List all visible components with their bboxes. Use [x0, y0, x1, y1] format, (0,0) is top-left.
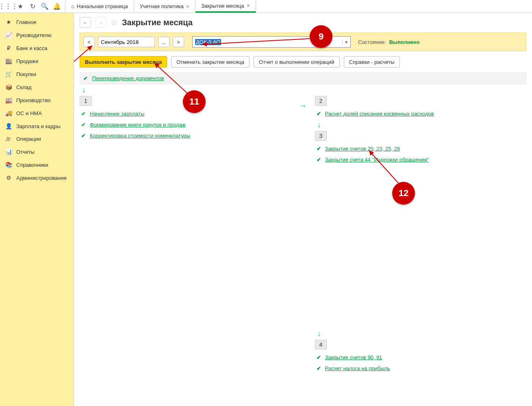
stage-number: 2: [315, 96, 327, 106]
close-icon[interactable]: ×: [247, 2, 250, 9]
page-head: ← → ☆ Закрытие месяца: [80, 17, 526, 28]
stage3-item[interactable]: Закрытие счета 44 "Издержки обращения": [325, 157, 429, 163]
sidebar-item-admin[interactable]: ⚙Администрирование: [0, 171, 74, 184]
down-arrow-icon: ↓: [317, 121, 524, 129]
page-title: Закрытие месяца: [122, 18, 193, 27]
tab-closing[interactable]: Закрытие месяца ×: [195, 0, 256, 13]
stage2-item[interactable]: Расчет долей списания косвенных расходов: [325, 111, 434, 117]
stage4-item[interactable]: Закрытие счетов 90, 91: [325, 354, 382, 360]
stage-number: 3: [315, 131, 327, 141]
stage-2: 2 ✔Расчет долей списания косвенных расхо…: [315, 96, 527, 119]
history-icon[interactable]: ↻: [28, 2, 37, 11]
check-icon: ✔: [317, 354, 321, 360]
gear-icon: ⚙: [5, 175, 12, 181]
sidebar-item-warehouse[interactable]: 📦Склад: [0, 81, 74, 94]
right-arrow-icon: →: [300, 102, 307, 110]
sidebar-item-purchases[interactable]: 🛒Покупки: [0, 68, 74, 81]
topbar-icons: ⋮⋮⋮ ★ ↻ 🔍 🔔: [0, 0, 65, 13]
factory-icon: 🏭: [5, 97, 12, 103]
sidebar-item-label: Производство: [16, 97, 51, 103]
references-button[interactable]: Справки - расчеты: [344, 56, 400, 68]
check-icon: ✔: [317, 157, 321, 163]
stage4-item[interactable]: Расчет налога на прибыль: [325, 365, 390, 371]
check-icon: ✔: [81, 122, 86, 128]
apps-icon[interactable]: ⋮⋮⋮: [3, 2, 13, 11]
status-value: Выполнено: [389, 39, 419, 45]
bell-icon[interactable]: 🔔: [52, 2, 62, 11]
sidebar-item-label: Отчеты: [16, 149, 35, 155]
forward-button[interactable]: →: [95, 17, 106, 28]
bar-icon: 📊: [5, 148, 12, 155]
tab-label: Начальная страница: [77, 3, 128, 9]
sidebar-item-reports[interactable]: 📊Отчеты: [0, 145, 74, 158]
stage1-item[interactable]: Формирование книги покупок и продаж: [90, 122, 186, 128]
check-icon: ✔: [317, 365, 321, 371]
organization-value: ДОК-3 АО: [193, 38, 224, 46]
stage-1: 1 ✔Начисление зарплаты ✔Формирование кни…: [80, 96, 291, 374]
cart-icon: 🛒: [5, 71, 12, 77]
sidebar-item-label: Операции: [16, 136, 41, 142]
star-icon[interactable]: ★: [15, 2, 25, 11]
sidebar-item-catalogs[interactable]: 📚Справочники: [0, 158, 74, 171]
stage1-item[interactable]: Начисление зарплаты: [90, 111, 144, 117]
sidebar-item-sales[interactable]: 🏬Продажи: [0, 55, 74, 68]
tab-home[interactable]: ⌂ Начальная страница: [65, 0, 134, 13]
truck-icon: 🚚: [5, 110, 12, 116]
callout-11: 11: [183, 90, 206, 113]
period-select-button[interactable]: ...: [158, 37, 169, 47]
tab-policy[interactable]: Учетная политика ×: [134, 0, 195, 13]
callout-12: 12: [392, 182, 415, 205]
close-icon[interactable]: ×: [186, 3, 189, 10]
callout-9: 9: [310, 25, 332, 48]
period-input[interactable]: [98, 37, 155, 47]
sidebar: ★Главное 📈Руководителю ₽Банк и касса 🏬Пр…: [0, 13, 74, 406]
status-label: Состояние:: [358, 39, 386, 45]
run-closing-button[interactable]: Выполнить закрытие месяца: [80, 56, 167, 68]
period-prev-button[interactable]: <: [83, 37, 95, 47]
store-icon: 🏬: [5, 58, 12, 64]
stage-3: 3 ✔Закрытие счетов 20, 23, 25, 26 ✔Закры…: [315, 131, 527, 165]
reprov-link[interactable]: Перепроведение документов: [92, 75, 164, 81]
check-icon: ✔: [83, 75, 88, 81]
sidebar-item-label: Склад: [16, 84, 32, 90]
sidebar-item-assets[interactable]: 🚚ОС и НМА: [0, 107, 74, 120]
sidebar-item-salary[interactable]: 👤Зарплата и кадры: [0, 120, 74, 133]
sidebar-item-production[interactable]: 🏭Производство: [0, 94, 74, 107]
sidebar-item-operations[interactable]: ДтОперации: [0, 133, 74, 145]
down-arrow-icon: ↓: [82, 86, 524, 94]
action-row: Выполнить закрытие месяца Отменить закры…: [80, 56, 526, 68]
sidebar-item-label: Справочники: [16, 162, 48, 168]
sidebar-item-manager[interactable]: 📈Руководителю: [0, 28, 74, 41]
tab-label: Закрытие месяца: [201, 3, 244, 9]
star-icon: ★: [5, 19, 12, 25]
operations-report-button[interactable]: Отчет о выполнении операций: [254, 56, 340, 68]
check-icon: ✔: [81, 111, 86, 117]
cancel-closing-button[interactable]: Отменить закрытие месяца: [171, 56, 250, 68]
dt-icon: Дт: [5, 137, 12, 141]
favorite-icon[interactable]: ☆: [111, 17, 118, 27]
sidebar-item-label: Зарплата и кадры: [16, 123, 61, 129]
right-column: 2 ✔Расчет долей списания косвенных расхо…: [315, 96, 527, 374]
stage-number: 4: [315, 340, 327, 349]
tabs: ⌂ Начальная страница Учетная политика × …: [65, 0, 256, 13]
down-arrow-icon: ↓: [317, 330, 524, 338]
back-button[interactable]: ←: [80, 17, 91, 28]
home-icon: ⌂: [71, 3, 74, 9]
stage1-item[interactable]: Корректировка стоимости номенклатуры: [90, 133, 190, 139]
reprov-row: ✔ Перепроведение документов: [80, 72, 526, 84]
stage-4: 4 ✔Закрытие счетов 90, 91 ✔Расчет налога…: [315, 340, 527, 374]
chevron-down-icon[interactable]: ▾: [342, 39, 350, 45]
tab-label: Учетная политика: [140, 3, 184, 9]
sidebar-item-bank[interactable]: ₽Банк и касса: [0, 41, 74, 55]
person-icon: 👤: [5, 123, 12, 129]
sidebar-item-label: Банк и касса: [16, 45, 48, 51]
sidebar-item-main[interactable]: ★Главное: [0, 15, 74, 28]
sidebar-item-label: Продажи: [16, 58, 38, 64]
period-bar: < ... > ДОК-3 АО ▾ Состояние: Выполнено: [80, 33, 526, 51]
box-icon: 📦: [5, 84, 12, 90]
search-icon[interactable]: 🔍: [40, 2, 50, 11]
period-next-button[interactable]: >: [173, 37, 184, 47]
chart-icon: 📈: [5, 32, 12, 38]
stage3-item[interactable]: Закрытие счетов 20, 23, 25, 26: [325, 146, 400, 152]
topbar: ⋮⋮⋮ ★ ↻ 🔍 🔔 ⌂ Начальная страница Учетная…: [0, 0, 532, 13]
